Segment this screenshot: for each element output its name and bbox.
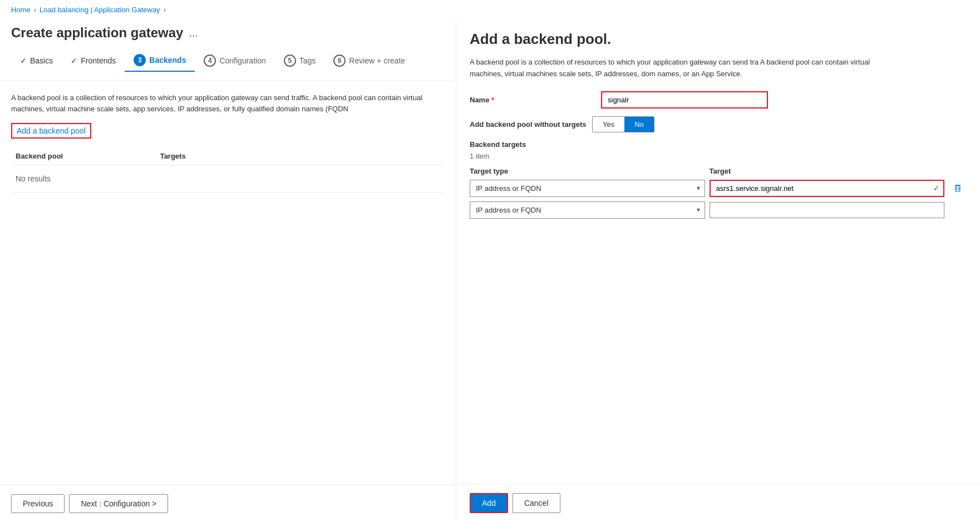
panel-description: A backend pool is a collection of resour… <box>470 57 893 80</box>
svg-rect-0 <box>956 185 959 185</box>
target-type-dropdown-2[interactable]: IP address or FQDN <box>470 202 705 218</box>
name-input[interactable] <box>601 91 768 109</box>
delete-row-1-button[interactable] <box>949 181 967 195</box>
step-review-label: Review + create <box>349 56 405 65</box>
add-backend-pool-link[interactable]: Add a backend pool <box>11 123 91 139</box>
no-results: No results <box>11 165 445 193</box>
target-type-select-1[interactable]: IP address or FQDN ▾ <box>470 180 705 197</box>
target-row-2: IP address or FQDN ▾ <box>470 201 967 219</box>
name-row: Name * <box>470 91 967 109</box>
breadcrumb: Home › Load balancing | Application Gate… <box>0 0 980 19</box>
step-configuration-label: Configuration <box>219 56 265 65</box>
targets-header: Target type Target <box>470 167 967 175</box>
cancel-button[interactable]: Cancel <box>513 493 560 513</box>
trash-icon-1 <box>953 184 962 193</box>
col-backend-pool: Backend pool <box>11 152 156 160</box>
breadcrumb-sep1: › <box>34 6 36 14</box>
steps-bar: ✓ Basics ✓ Frontends 3 Backends 4 Config… <box>0 50 456 81</box>
step-review[interactable]: 6 Review + create <box>324 50 414 71</box>
toggle-yes[interactable]: Yes <box>593 117 624 132</box>
target-input-wrapper-1: ✓ <box>710 180 945 197</box>
step-frontends[interactable]: ✓ Frontends <box>62 52 125 70</box>
toggle-row: Add backend pool without targets Yes No <box>470 116 967 132</box>
step-frontends-label: Frontends <box>81 56 116 65</box>
check-icon-frontends: ✓ <box>71 56 77 65</box>
previous-button[interactable]: Previous <box>11 494 65 513</box>
step-backends-label: Backends <box>149 56 186 65</box>
step-circle-tags: 5 <box>284 55 296 67</box>
bottom-bar-left: Previous Next : Configuration > <box>0 485 456 522</box>
svg-rect-2 <box>956 186 960 191</box>
toggle-group: Yes No <box>592 116 654 132</box>
target-input-1[interactable] <box>710 180 945 197</box>
backend-targets-label: Backend targets <box>470 140 967 149</box>
target-type-dropdown-1[interactable]: IP address or FQDN <box>470 180 705 196</box>
right-bottom-bar: Add Cancel <box>456 484 980 522</box>
toggle-label: Add backend pool without targets <box>470 120 592 129</box>
page-title: Create application gateway <box>11 25 183 41</box>
step-circle-backends: 3 <box>134 54 146 66</box>
breadcrumb-loadbalancing[interactable]: Load balancing | Application Gateway <box>40 6 160 14</box>
more-options-icon[interactable]: ... <box>189 27 198 40</box>
target-input-wrapper-2 <box>710 202 945 218</box>
step-basics[interactable]: ✓ Basics <box>11 52 62 70</box>
table-header: Backend pool Targets <box>11 147 445 165</box>
col-targets: Targets <box>156 152 301 160</box>
right-panel: Add a backend pool. A backend pool is a … <box>456 19 980 522</box>
check-icon-basics: ✓ <box>20 56 27 65</box>
item-count: 1 item <box>470 152 967 160</box>
breadcrumb-sep2: › <box>164 6 166 14</box>
toggle-no[interactable]: No <box>624 117 654 132</box>
step-circle-review: 6 <box>333 55 346 67</box>
target-row-1: IP address or FQDN ▾ ✓ <box>470 180 967 197</box>
step-backends[interactable]: 3 Backends <box>125 50 195 72</box>
left-description: A backend pool is a collection of resour… <box>11 92 445 114</box>
step-circle-configuration: 4 <box>204 55 216 67</box>
target-type-select-2[interactable]: IP address or FQDN ▾ <box>470 201 705 219</box>
add-button[interactable]: Add <box>470 493 508 513</box>
left-panel: Create application gateway ... ✓ Basics … <box>0 19 456 522</box>
step-configuration[interactable]: 4 Configuration <box>195 50 274 71</box>
step-basics-label: Basics <box>30 56 53 65</box>
col-target: Target <box>710 167 945 175</box>
step-tags-label: Tags <box>299 56 316 65</box>
breadcrumb-home[interactable]: Home <box>11 6 31 14</box>
step-tags[interactable]: 5 Tags <box>275 50 325 71</box>
next-button[interactable]: Next : Configuration > <box>69 494 168 513</box>
name-label: Name * <box>470 96 592 104</box>
target-input-2[interactable] <box>710 202 945 218</box>
panel-title: Add a backend pool. <box>470 31 967 48</box>
col-target-type: Target type <box>470 167 705 175</box>
